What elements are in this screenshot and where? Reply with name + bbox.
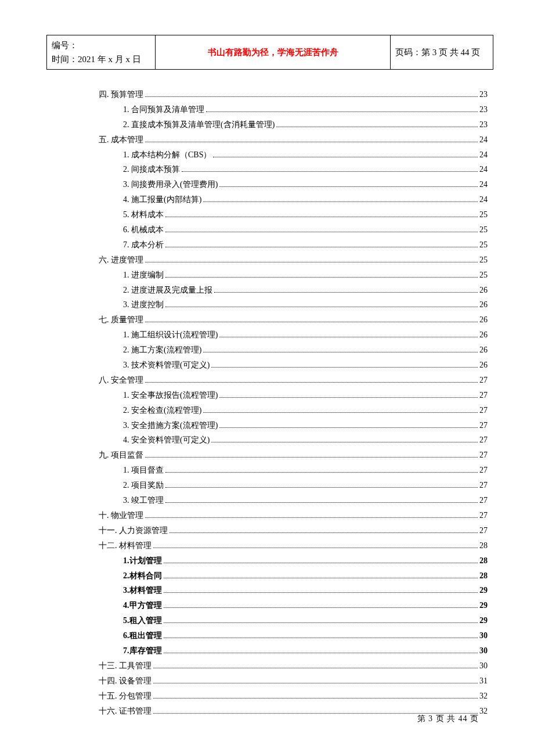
toc-entry-label: 十. 物业管理 <box>99 508 143 523</box>
toc-leader <box>182 171 478 172</box>
doc-number-label: 编号： <box>52 38 150 52</box>
toc-entry[interactable]: 1. 施工组织设计(流程管理)26 <box>99 327 488 343</box>
toc-entry[interactable]: 5. 材料成本25 <box>99 207 488 222</box>
toc-leader <box>165 232 478 232</box>
toc-leader <box>165 307 478 307</box>
toc-leader <box>145 517 478 518</box>
toc-entry[interactable]: 十五. 分包管理32 <box>99 689 488 704</box>
toc-leader <box>165 247 478 247</box>
table-of-contents: 四. 预算管理231. 合同预算及清单管理232. 直接成本预算及清单管理(含消… <box>46 87 493 718</box>
toc-entry[interactable]: 2. 间接成本预算24 <box>99 162 488 177</box>
toc-entry-label: 4. 安全资料管理(可定义) <box>123 433 210 448</box>
toc-entry[interactable]: 6. 机械成本25 <box>99 222 488 237</box>
toc-entry[interactable]: 六. 进度管理25 <box>99 253 488 268</box>
toc-entry-label: 1. 施工组织设计(流程管理) <box>123 327 218 343</box>
toc-entry[interactable]: 3. 间接费用录入(管理费用)24 <box>99 177 488 192</box>
toc-leader <box>211 367 478 368</box>
toc-entry-page: 27 <box>479 433 488 448</box>
toc-leader <box>153 668 478 668</box>
toc-entry-label: 十五. 分包管理 <box>99 689 151 704</box>
toc-leader <box>145 322 478 322</box>
toc-entry[interactable]: 3. 安全措施方案(流程管理)27 <box>99 418 488 433</box>
toc-leader <box>213 157 478 157</box>
toc-entry[interactable]: 1. 进度编制25 <box>99 268 488 283</box>
toc-entry[interactable]: 3. 进度控制26 <box>99 297 488 312</box>
toc-entry-label: 十六. 证书管理 <box>99 704 151 719</box>
toc-entry[interactable]: 2. 项目奖励27 <box>99 478 488 493</box>
toc-entry-page: 27 <box>479 418 488 433</box>
toc-entry[interactable]: 十一. 人力资源管理27 <box>99 523 488 538</box>
document-page: 编号： 时间：2021 年 x 月 x 日 书山有路勤为径，学海无涯苦作舟 页码… <box>0 0 534 756</box>
toc-entry[interactable]: 八. 安全管理27 <box>99 373 488 388</box>
toc-entry[interactable]: 2. 施工方案(流程管理)26 <box>99 343 488 358</box>
toc-entry-label: 2. 施工方案(流程管理) <box>123 343 201 358</box>
toc-leader <box>211 442 478 442</box>
toc-entry-page: 32 <box>479 689 488 704</box>
toc-entry-page: 29 <box>479 598 488 613</box>
toc-entry[interactable]: 3. 技术资料管理(可定义)26 <box>99 358 488 373</box>
toc-entry[interactable]: 6.租出管理30 <box>99 628 488 643</box>
toc-entry-label: 5.租入管理 <box>123 613 162 628</box>
toc-entry[interactable]: 7.库存管理30 <box>99 643 488 658</box>
toc-entry[interactable]: 2. 安全检查(流程管理)27 <box>99 403 488 418</box>
toc-entry-page: 23 <box>479 87 488 102</box>
toc-entry[interactable]: 五. 成本管理24 <box>99 132 488 147</box>
toc-entry[interactable]: 四. 预算管理23 <box>99 87 488 102</box>
toc-entry[interactable]: 4. 施工报量(内部结算)24 <box>99 192 488 207</box>
toc-entry-label: 1. 项目督查 <box>123 463 164 478</box>
toc-entry[interactable]: 九. 项目监督27 <box>99 448 488 463</box>
toc-entry-page: 27 <box>479 508 488 523</box>
toc-entry[interactable]: 7. 成本分析25 <box>99 237 488 253</box>
toc-entry-label: 五. 成本管理 <box>99 132 143 147</box>
toc-leader <box>165 502 478 503</box>
toc-entry[interactable]: 1. 合同预算及清单管理23 <box>99 102 488 117</box>
toc-leader <box>164 578 478 578</box>
toc-entry-page: 24 <box>479 177 488 192</box>
toc-entry[interactable]: 十四. 设备管理31 <box>99 674 488 689</box>
toc-entry[interactable]: 1. 安全事故报告(流程管理)27 <box>99 388 488 403</box>
toc-entry[interactable]: 十二. 材料管理28 <box>99 538 488 553</box>
toc-entry[interactable]: 十. 物业管理27 <box>99 508 488 523</box>
toc-entry[interactable]: 4.甲方管理29 <box>99 598 488 613</box>
toc-entry[interactable]: 2. 直接成本预算及清单管理(含消耗量管理)23 <box>99 117 488 132</box>
toc-entry-label: 3. 间接费用录入(管理费用) <box>123 177 218 192</box>
toc-entry[interactable]: 1. 成本结构分解（CBS）24 <box>99 147 488 163</box>
toc-entry-page: 26 <box>479 327 488 343</box>
toc-entry[interactable]: 七. 质量管理26 <box>99 312 488 327</box>
toc-entry-label: 2. 间接成本预算 <box>123 162 180 177</box>
toc-entry-page: 27 <box>479 493 488 508</box>
toc-entry-label: 7. 成本分析 <box>123 237 164 253</box>
toc-entry[interactable]: 3.材料管理29 <box>99 583 488 598</box>
toc-leader <box>164 622 478 623</box>
toc-entry[interactable]: 4. 安全资料管理(可定义)27 <box>99 433 488 448</box>
toc-entry-page: 27 <box>479 478 488 493</box>
toc-entry[interactable]: 1. 项目督查27 <box>99 463 488 478</box>
toc-entry-label: 4.甲方管理 <box>123 598 162 613</box>
toc-entry-page: 27 <box>479 373 488 388</box>
toc-entry-label: 6. 机械成本 <box>123 222 164 237</box>
toc-leader <box>214 292 478 293</box>
doc-motto: 书山有路勤为径，学海无涯苦作舟 <box>208 48 338 57</box>
toc-entry-label: 3. 技术资料管理(可定义) <box>123 358 210 373</box>
toc-leader <box>219 427 478 428</box>
toc-leader <box>164 592 478 593</box>
toc-entry[interactable]: 2. 进度进展及完成量上报26 <box>99 283 488 298</box>
toc-entry-page: 24 <box>479 162 488 177</box>
toc-leader <box>164 563 478 563</box>
page-footer: 第 3 页 共 44 页 <box>417 714 479 724</box>
toc-leader <box>164 638 478 638</box>
toc-leader <box>145 96 478 97</box>
toc-entry[interactable]: 1.计划管理28 <box>99 553 488 568</box>
toc-entry[interactable]: 2.材料合同28 <box>99 568 488 584</box>
toc-entry-label: 1. 成本结构分解（CBS） <box>123 147 211 163</box>
toc-entry-page: 25 <box>479 253 488 268</box>
toc-entry[interactable]: 5.租入管理29 <box>99 613 488 628</box>
toc-entry[interactable]: 十三. 工具管理30 <box>99 658 488 674</box>
toc-entry-page: 28 <box>479 538 488 553</box>
toc-entry[interactable]: 3. 竣工管理27 <box>99 493 488 508</box>
toc-entry-page: 25 <box>479 237 488 253</box>
toc-entry-page: 32 <box>479 704 488 719</box>
toc-entry-page: 27 <box>479 403 488 418</box>
toc-entry-label: 2.材料合同 <box>123 568 162 584</box>
toc-entry-page: 26 <box>479 312 488 327</box>
